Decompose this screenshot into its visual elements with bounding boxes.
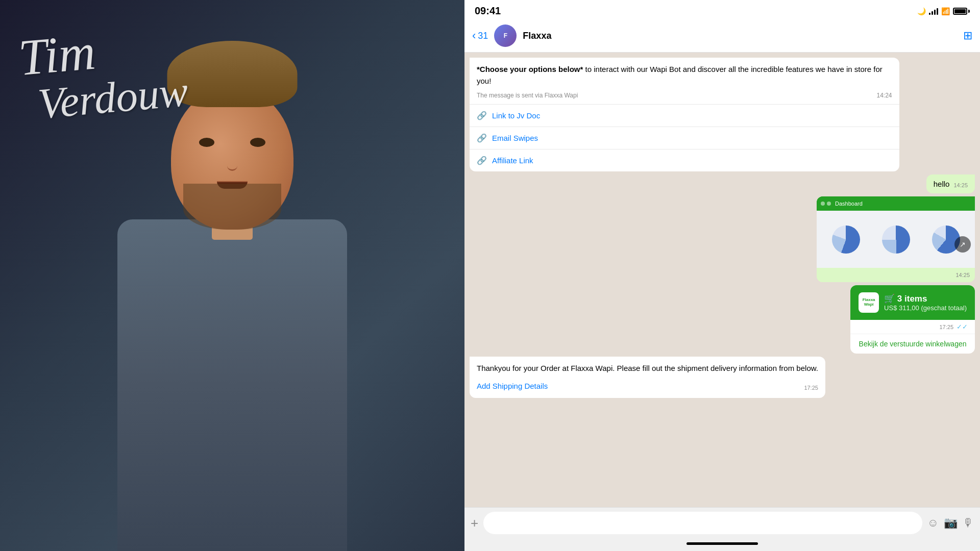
cart-message: FlaxxaWapi 🛒 3 items US$ 311,00 (geschat… bbox=[850, 285, 975, 354]
message-input[interactable] bbox=[483, 512, 922, 534]
thankyou-time: 17:25 bbox=[804, 384, 818, 392]
cart-info: 🛒 3 items US$ 311,00 (geschat totaal) bbox=[884, 293, 967, 312]
camera-icon[interactable]: 📷 bbox=[944, 516, 958, 530]
email-swipes-icon: 🔗 bbox=[477, 133, 487, 143]
back-chevron-icon: ‹ bbox=[472, 29, 476, 42]
email-swipes-label: Email Swipes bbox=[492, 134, 538, 142]
notification-count: 31 bbox=[478, 31, 488, 41]
dash-dot-1 bbox=[821, 202, 825, 206]
option-email-swipes[interactable]: 🔗 Email Swipes bbox=[470, 127, 899, 149]
dashboard-content bbox=[817, 211, 975, 268]
right-eye bbox=[250, 138, 265, 147]
hello-message: hello 14:25 bbox=[926, 174, 975, 193]
cart-time-row: 17:25 ✓✓ bbox=[850, 320, 975, 334]
image-time: 14:25 bbox=[955, 272, 970, 278]
dashboard-label: Dashboard bbox=[835, 201, 863, 207]
cart-time: 17:25 bbox=[939, 324, 953, 330]
contact-avatar[interactable]: F bbox=[494, 24, 517, 47]
hello-text: hello bbox=[934, 180, 950, 188]
double-check-icon: ✓✓ bbox=[957, 323, 968, 331]
view-cart-label: Bekijk de verstuurde winkelwagen bbox=[859, 340, 967, 348]
cart-header: FlaxxaWapi 🛒 3 items US$ 311,00 (geschat… bbox=[850, 285, 975, 320]
thankyou-text: Thankyou for your Order at Flaxxa Wapi. … bbox=[477, 363, 818, 374]
thankyou-message: Thankyou for your Order at Flaxxa Wapi. … bbox=[470, 357, 825, 398]
cart-items-count: 🛒 3 items bbox=[884, 293, 967, 304]
chat-header: ‹ 31 F Flaxxa ⊞ bbox=[464, 19, 980, 53]
dash-dot-2 bbox=[827, 202, 831, 206]
thankyou-body: Thankyou for your Order at Flaxxa Wapi. … bbox=[477, 364, 818, 372]
attach-button[interactable]: + bbox=[471, 515, 478, 531]
contact-name: Flaxxa bbox=[523, 31, 957, 41]
face bbox=[171, 87, 293, 230]
bot-message-text: *Choose your options below* to interact … bbox=[470, 58, 899, 104]
via-text: The message is sent via Flaxxa Wapi bbox=[477, 92, 578, 99]
flaxxa-logo-text: FlaxxaWapi bbox=[863, 298, 875, 307]
thankyou-footer: Add Shipping Details 17:25 bbox=[477, 377, 818, 392]
cart-view-button[interactable]: Bekijk de verstuurde winkelwagen bbox=[850, 334, 975, 354]
message-time-1: 14:24 bbox=[876, 91, 892, 100]
signal-bar-2 bbox=[932, 11, 933, 15]
status-time: 09:41 bbox=[475, 5, 501, 17]
moon-icon: 🌙 bbox=[917, 7, 926, 15]
home-bar bbox=[687, 542, 758, 545]
emoji-icon[interactable]: ☺ bbox=[927, 516, 939, 530]
video-call-icon[interactable]: ⊞ bbox=[963, 29, 972, 42]
battery-icon bbox=[953, 8, 970, 15]
phone-ui: 09:41 🌙 📶 ‹ 31 F Flaxx bbox=[464, 0, 980, 551]
option-affiliate-link[interactable]: 🔗 Affiliate Link bbox=[470, 149, 899, 171]
signature-name1: Tim bbox=[17, 18, 186, 84]
pie-chart-2 bbox=[882, 226, 910, 254]
beard bbox=[183, 184, 281, 230]
jv-doc-label: Link to Jv Doc bbox=[492, 111, 540, 120]
torso bbox=[117, 219, 347, 551]
left-eye bbox=[199, 138, 214, 147]
message-input-area: + ☺ 📷 🎙 bbox=[464, 507, 980, 538]
chat-area[interactable]: *Choose your options below* to interact … bbox=[464, 53, 980, 507]
hello-time: 14:25 bbox=[953, 182, 968, 188]
jv-doc-icon: 🔗 bbox=[477, 111, 487, 120]
flaxxa-logo: FlaxxaWapi bbox=[859, 292, 879, 313]
dashboard-image: Dashboard ↗ bbox=[817, 196, 975, 268]
bot-text-bold: *Choose your options below* bbox=[477, 65, 583, 73]
dashboard-image-bubble[interactable]: Dashboard ↗ 14:25 bbox=[817, 196, 975, 282]
signature: Tim Verdouw bbox=[17, 18, 190, 127]
cart-total: US$ 311,00 (geschat totaal) bbox=[884, 304, 967, 312]
status-icons: 🌙 📶 bbox=[917, 7, 970, 15]
video-background: Tim Verdouw bbox=[0, 0, 464, 551]
pie-chart-1 bbox=[832, 226, 860, 254]
option-jv-doc[interactable]: 🔗 Link to Jv Doc bbox=[470, 104, 899, 127]
add-shipping-button[interactable]: Add Shipping Details bbox=[477, 381, 548, 392]
image-time-wrapper: 14:25 bbox=[817, 268, 975, 282]
cart-icon: 🛒 bbox=[884, 294, 897, 304]
back-button[interactable]: ‹ 31 bbox=[472, 29, 488, 42]
home-indicator bbox=[464, 538, 980, 551]
share-button[interactable]: ↗ bbox=[954, 236, 971, 253]
affiliate-link-label: Affiliate Link bbox=[492, 156, 533, 165]
bot-options-message: *Choose your options below* to interact … bbox=[470, 58, 899, 171]
avatar-letter: F bbox=[504, 32, 507, 39]
signal-bars bbox=[929, 8, 938, 15]
person bbox=[79, 117, 385, 551]
affiliate-link-icon: 🔗 bbox=[477, 156, 487, 165]
wifi-icon: 📶 bbox=[941, 7, 950, 15]
hair bbox=[167, 41, 298, 107]
status-bar: 09:41 🌙 📶 bbox=[464, 0, 980, 19]
signal-bar-1 bbox=[929, 13, 930, 15]
signal-bar-3 bbox=[934, 10, 936, 15]
dashboard-header-bar: Dashboard bbox=[817, 196, 975, 211]
items-count-text: 3 items bbox=[897, 294, 927, 304]
microphone-icon[interactable]: 🎙 bbox=[963, 516, 974, 530]
nose bbox=[227, 161, 237, 171]
signal-bar-4 bbox=[937, 8, 938, 15]
via-flaxxa-text: The message is sent via Flaxxa Wapi 14:2… bbox=[477, 91, 892, 100]
